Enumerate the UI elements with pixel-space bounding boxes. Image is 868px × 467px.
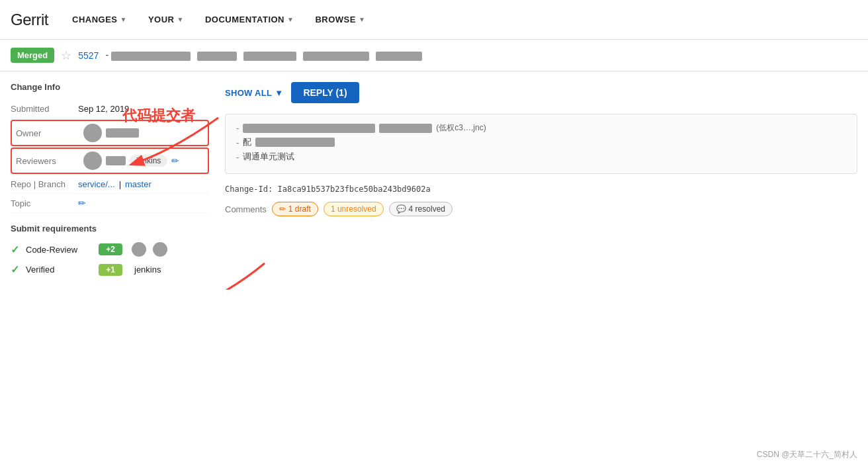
code-review-row: ✓ Code-Review +2 <box>11 239 209 260</box>
nav-item-browse[interactable]: BROWSE ▼ <box>307 9 373 30</box>
nav-docs-label: DOCUMENTATION <box>205 15 284 24</box>
draft-label: 1 draft <box>288 204 311 214</box>
show-all-button[interactable]: SHOW ALL ▼ <box>225 88 283 98</box>
commit-line-2: - 配 <box>236 136 846 148</box>
verified-reviewer: jenkins <box>134 265 161 275</box>
nav-browse-arrow: ▼ <box>359 16 365 23</box>
comments-resolved-badge[interactable]: 💬 4 resolved <box>389 202 453 216</box>
star-icon[interactable]: ☆ <box>61 48 71 63</box>
change-id-line: Change-Id: Ia8ca91b537b23fbce50ba243bd96… <box>225 185 857 194</box>
verified-check: ✓ <box>11 263 19 276</box>
title-blurred-4 <box>303 52 369 61</box>
change-id-value: Ia8ca91b537b23fbce50ba243bd9602a <box>277 185 430 194</box>
change-title-separator: - <box>105 50 108 60</box>
topic-value: ✏ <box>78 198 86 208</box>
app-logo: Gerrit <box>11 11 48 29</box>
status-badge: Merged <box>11 48 54 63</box>
branch-link[interactable]: master <box>125 179 152 189</box>
commit-line-2-text: 配 <box>243 136 251 148</box>
code-review-score: +2 <box>99 243 122 255</box>
nav-docs-arrow: ▼ <box>287 16 294 23</box>
main-content: Change Info Submitted Sep 12, 2019 Owner… <box>0 71 868 290</box>
title-blurred-2 <box>197 52 237 61</box>
show-all-arrow: ▼ <box>275 88 283 98</box>
owner-label: Owner <box>16 128 75 138</box>
nav-browse-label: BROWSE <box>315 15 356 24</box>
nav-changes-arrow: ▼ <box>120 16 127 23</box>
owner-name-blurred <box>106 128 139 138</box>
reviewers-value: jenkins ✏ <box>83 151 179 170</box>
comments-label: Comments <box>225 204 267 214</box>
title-blurred-3 <box>243 52 296 61</box>
reviewers-edit-icon[interactable]: ✏ <box>171 155 179 166</box>
change-id-label: Change-Id: <box>225 185 273 194</box>
repo-branch-row: Repo | Branch service/... | master <box>11 175 209 194</box>
change-title: - <box>105 50 421 60</box>
comments-section: Comments ✏ 1 draft 1 unresolved 💬 4 reso… <box>225 202 857 216</box>
owner-row: Owner <box>11 120 209 146</box>
nav-your-label: YOUR <box>148 15 175 24</box>
reviewers-row: Reviewers jenkins ✏ <box>11 148 209 174</box>
verified-label: Verified <box>26 265 92 275</box>
title-blurred-5 <box>376 52 422 61</box>
commit-line-1-blurred <box>243 124 375 133</box>
change-info-title: Change Info <box>11 82 209 92</box>
repo-branch-label: Repo | Branch <box>11 179 70 189</box>
submitted-row: Submitted Sep 12, 2019 <box>11 100 209 118</box>
nav-item-documentation[interactable]: DOCUMENTATION ▼ <box>197 9 302 30</box>
verified-score: +1 <box>99 264 122 276</box>
reviewer-name-blurred <box>106 156 126 165</box>
nav-item-your[interactable]: YOUR ▼ <box>140 9 192 30</box>
reply-button[interactable]: REPLY (1) <box>291 82 359 103</box>
submit-req-title: Submit requirements <box>11 224 209 234</box>
code-review-label: Code-Review <box>26 245 92 255</box>
change-header: Merged ☆ 5527 - <box>0 40 868 71</box>
submitted-label: Submitted <box>11 104 70 114</box>
commit-line-3-text: 调通单元测试 <box>243 151 294 163</box>
reviewers-label: Reviewers <box>16 156 75 166</box>
owner-value <box>83 124 139 142</box>
nav-your-arrow: ▼ <box>177 16 183 23</box>
commit-line-2-blurred <box>255 138 335 147</box>
topic-edit-icon[interactable]: ✏ <box>78 198 86 208</box>
nav-item-changes[interactable]: CHANGES ▼ <box>64 9 135 30</box>
nav-changes-label: CHANGES <box>72 15 118 24</box>
commit-area: - (低权c3…,jnc) - 配 - 调通单元测试 <box>225 114 857 174</box>
code-review-check: ✓ <box>11 243 19 256</box>
resolved-icon: 💬 <box>396 204 406 214</box>
branch-separator: | <box>119 179 121 189</box>
topic-row: Topic ✏ <box>11 194 209 213</box>
code-review-avatar-2 <box>153 242 167 257</box>
top-nav: Gerrit CHANGES ▼ YOUR ▼ DOCUMENTATION ▼ … <box>0 0 868 40</box>
reviewer-avatar-1 <box>83 151 102 170</box>
commit-line-1: - (低权c3…,jnc) <box>236 122 846 134</box>
code-review-avatar-1 <box>132 242 146 257</box>
jenkins-chip: jenkins <box>130 155 167 167</box>
verified-row: ✓ Verified +1 jenkins <box>11 260 209 279</box>
repo-branch-value: service/... | master <box>78 179 152 189</box>
right-panel: SHOW ALL ▼ REPLY (1) - (低权c3…,jnc) - 配 -… <box>225 82 857 279</box>
owner-avatar <box>83 124 102 142</box>
repo-link[interactable]: service/... <box>78 179 115 189</box>
commit-line-1-blurred-2 <box>379 124 432 133</box>
top-actions: SHOW ALL ▼ REPLY (1) <box>225 82 857 103</box>
change-number-link[interactable]: 5527 <box>78 50 99 61</box>
title-blurred-1 <box>111 52 191 61</box>
topic-label: Topic <box>11 198 70 208</box>
comments-draft-badge[interactable]: ✏ 1 draft <box>272 202 318 216</box>
show-all-label: SHOW ALL <box>225 88 272 98</box>
submitted-value: Sep 12, 2019 <box>78 104 129 114</box>
comments-unresolved-badge[interactable]: 1 unresolved <box>324 202 384 216</box>
resolved-label: 4 resolved <box>409 204 445 214</box>
commit-review-note: (低权c3…,jnc) <box>436 122 486 134</box>
unresolved-label: 1 unresolved <box>331 204 376 214</box>
submit-requirements-section: Submit requirements ✓ Code-Review +2 ✓ V… <box>11 224 209 279</box>
commit-line-3: - 调通单元测试 <box>236 151 846 163</box>
draft-icon: ✏ <box>279 204 286 214</box>
left-panel: Change Info Submitted Sep 12, 2019 Owner… <box>11 82 209 279</box>
